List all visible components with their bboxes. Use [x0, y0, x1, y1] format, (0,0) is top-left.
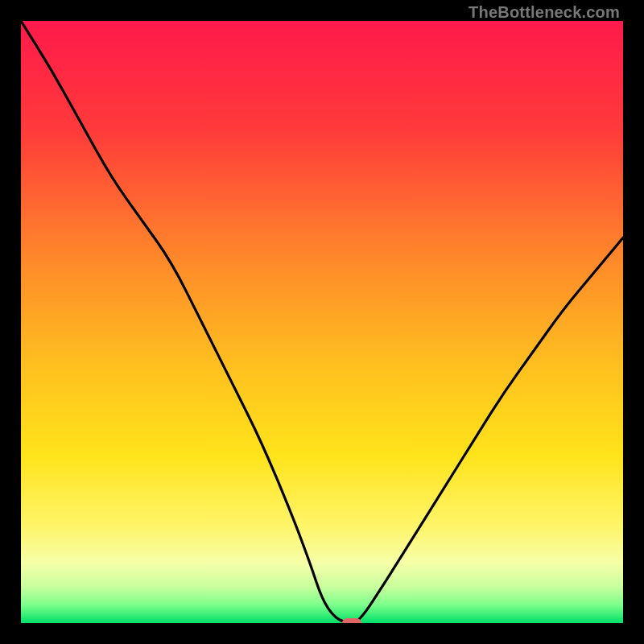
plot-area [21, 21, 623, 623]
bottleneck-curve [21, 21, 623, 623]
chart-frame: TheBottleneck.com [0, 0, 644, 644]
watermark-text: TheBottleneck.com [469, 3, 620, 22]
optimal-point-marker [342, 618, 361, 623]
